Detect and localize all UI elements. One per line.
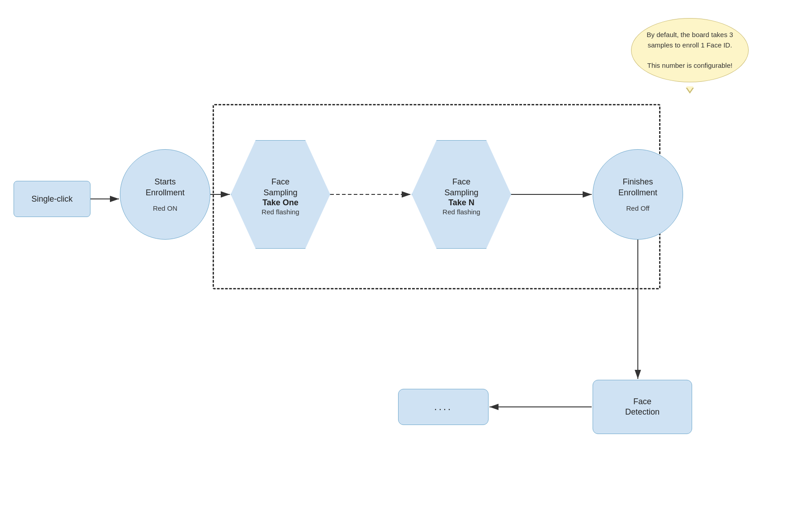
finishes-enrollment-subtitle: Red Off [626, 204, 649, 212]
face-sampling-one-title: FaceSampling [263, 177, 297, 197]
dots-node: .... [398, 389, 489, 425]
starts-enrollment-title: StartsEnrollment [146, 177, 185, 198]
starts-enrollment-subtitle: Red ON [153, 204, 177, 212]
face-sampling-n-subtitle: Red flashing [442, 208, 480, 216]
face-detection-title: FaceDetection [625, 397, 660, 418]
single-click-node: Single-click [14, 181, 90, 217]
finishes-enrollment-node: FinishesEnrollment Red Off [593, 149, 683, 240]
face-sampling-n-take: Take N [448, 198, 475, 207]
face-detection-node: FaceDetection [593, 380, 692, 434]
dots-label: .... [434, 401, 452, 413]
speech-bubble-text: By default, the board takes 3 samples to… [647, 31, 733, 69]
finishes-enrollment-title: FinishesEnrollment [618, 177, 657, 198]
face-sampling-n-title: FaceSampling [444, 177, 478, 197]
starts-enrollment-node: StartsEnrollment Red ON [120, 149, 210, 240]
single-click-label: Single-click [31, 194, 72, 204]
face-sampling-one-take: Take One [262, 198, 299, 207]
speech-bubble: By default, the board takes 3 samples to… [631, 18, 749, 82]
diagram-container: By default, the board takes 3 samples to… [0, 0, 812, 510]
face-sampling-one-subtitle: Red flashing [261, 208, 299, 216]
